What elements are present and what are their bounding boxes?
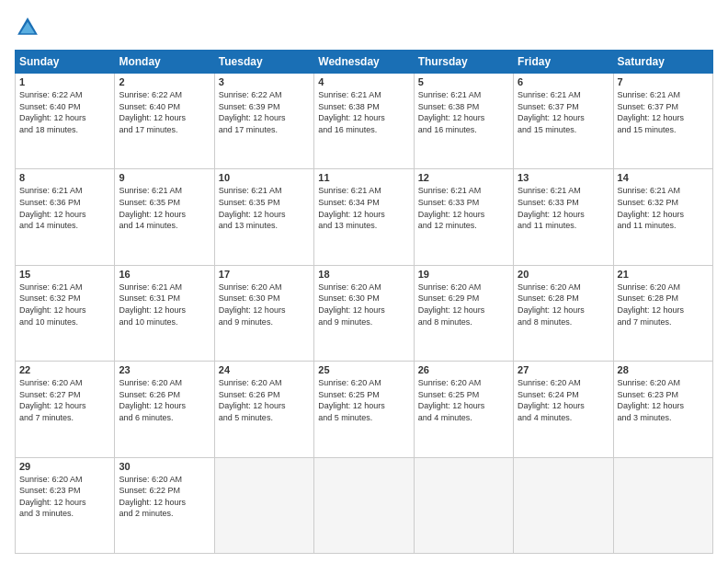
day-number: 16 <box>119 269 210 280</box>
day-number: 25 <box>318 364 409 375</box>
day-number: 3 <box>219 76 310 87</box>
day-cell: 21Sunrise: 6:20 AM Sunset: 6:28 PM Dayli… <box>613 265 712 361</box>
day-info: Sunrise: 6:21 AM Sunset: 6:33 PM Dayligh… <box>518 185 609 231</box>
day-cell: 28Sunrise: 6:20 AM Sunset: 6:23 PM Dayli… <box>613 362 712 457</box>
day-info: Sunrise: 6:20 AM Sunset: 6:30 PM Dayligh… <box>318 282 409 327</box>
day-number: 11 <box>318 172 409 183</box>
day-info: Sunrise: 6:21 AM Sunset: 6:36 PM Dayligh… <box>19 185 110 231</box>
day-number: 12 <box>418 172 509 183</box>
logo-icon <box>15 15 40 40</box>
day-number: 23 <box>119 364 210 375</box>
header-cell-sunday: Sunday <box>16 51 115 74</box>
day-cell: 1Sunrise: 6:22 AM Sunset: 6:40 PM Daylig… <box>16 74 115 169</box>
calendar-table: SundayMondayTuesdayWednesdayThursdayFrid… <box>15 50 713 554</box>
day-cell: 5Sunrise: 6:21 AM Sunset: 6:38 PM Daylig… <box>414 74 513 169</box>
day-cell: 19Sunrise: 6:20 AM Sunset: 6:29 PM Dayli… <box>414 265 513 361</box>
day-cell: 14Sunrise: 6:21 AM Sunset: 6:32 PM Dayli… <box>613 169 712 265</box>
day-info: Sunrise: 6:21 AM Sunset: 6:35 PM Dayligh… <box>219 185 310 231</box>
day-info: Sunrise: 6:21 AM Sunset: 6:38 PM Dayligh… <box>318 89 409 135</box>
day-cell: 4Sunrise: 6:21 AM Sunset: 6:38 PM Daylig… <box>314 74 414 169</box>
day-cell: 10Sunrise: 6:21 AM Sunset: 6:35 PM Dayli… <box>214 169 313 265</box>
page: SundayMondayTuesdayWednesdayThursdayFrid… <box>0 0 728 563</box>
day-number: 22 <box>19 364 110 375</box>
day-number: 7 <box>618 76 709 87</box>
day-cell: 13Sunrise: 6:21 AM Sunset: 6:33 PM Dayli… <box>514 169 613 265</box>
day-cell <box>613 457 712 553</box>
day-number: 24 <box>219 364 310 375</box>
day-number: 29 <box>19 461 110 472</box>
header-cell-monday: Monday <box>115 51 214 74</box>
day-number: 18 <box>318 269 409 280</box>
day-info: Sunrise: 6:21 AM Sunset: 6:34 PM Dayligh… <box>318 185 409 231</box>
week-row-0: 1Sunrise: 6:22 AM Sunset: 6:40 PM Daylig… <box>16 74 713 169</box>
header-cell-friday: Friday <box>514 51 613 74</box>
day-cell: 16Sunrise: 6:21 AM Sunset: 6:31 PM Dayli… <box>115 265 214 361</box>
calendar: SundayMondayTuesdayWednesdayThursdayFrid… <box>15 50 713 554</box>
day-info: Sunrise: 6:20 AM Sunset: 6:26 PM Dayligh… <box>119 377 210 423</box>
week-row-3: 22Sunrise: 6:20 AM Sunset: 6:27 PM Dayli… <box>16 362 713 457</box>
day-cell <box>414 457 513 553</box>
day-info: Sunrise: 6:20 AM Sunset: 6:23 PM Dayligh… <box>618 377 709 423</box>
day-info: Sunrise: 6:20 AM Sunset: 6:28 PM Dayligh… <box>518 282 609 327</box>
day-number: 28 <box>618 364 709 375</box>
day-info: Sunrise: 6:20 AM Sunset: 6:27 PM Dayligh… <box>19 377 110 423</box>
day-info: Sunrise: 6:20 AM Sunset: 6:25 PM Dayligh… <box>318 377 409 423</box>
day-info: Sunrise: 6:21 AM Sunset: 6:37 PM Dayligh… <box>518 89 609 135</box>
week-row-4: 29Sunrise: 6:20 AM Sunset: 6:23 PM Dayli… <box>16 457 713 553</box>
day-cell <box>314 457 414 553</box>
day-cell: 12Sunrise: 6:21 AM Sunset: 6:33 PM Dayli… <box>414 169 513 265</box>
day-cell: 24Sunrise: 6:20 AM Sunset: 6:26 PM Dayli… <box>214 362 313 457</box>
day-cell: 2Sunrise: 6:22 AM Sunset: 6:40 PM Daylig… <box>115 74 214 169</box>
day-cell: 22Sunrise: 6:20 AM Sunset: 6:27 PM Dayli… <box>16 362 115 457</box>
day-info: Sunrise: 6:20 AM Sunset: 6:23 PM Dayligh… <box>19 474 110 520</box>
day-info: Sunrise: 6:20 AM Sunset: 6:24 PM Dayligh… <box>518 377 609 423</box>
day-cell: 3Sunrise: 6:22 AM Sunset: 6:39 PM Daylig… <box>214 74 313 169</box>
header-cell-tuesday: Tuesday <box>214 51 313 74</box>
day-number: 4 <box>318 76 409 87</box>
day-cell: 11Sunrise: 6:21 AM Sunset: 6:34 PM Dayli… <box>314 169 414 265</box>
day-info: Sunrise: 6:21 AM Sunset: 6:31 PM Dayligh… <box>119 282 210 327</box>
day-cell: 8Sunrise: 6:21 AM Sunset: 6:36 PM Daylig… <box>16 169 115 265</box>
day-number: 9 <box>119 172 210 183</box>
day-cell: 30Sunrise: 6:20 AM Sunset: 6:22 PM Dayli… <box>115 457 214 553</box>
day-number: 6 <box>518 76 609 87</box>
header-cell-wednesday: Wednesday <box>314 51 414 74</box>
day-info: Sunrise: 6:20 AM Sunset: 6:28 PM Dayligh… <box>618 282 709 327</box>
day-number: 2 <box>119 76 210 87</box>
day-number: 13 <box>518 172 609 183</box>
calendar-body: 1Sunrise: 6:22 AM Sunset: 6:40 PM Daylig… <box>16 74 713 554</box>
day-info: Sunrise: 6:21 AM Sunset: 6:37 PM Dayligh… <box>618 89 709 135</box>
day-cell <box>514 457 613 553</box>
day-number: 20 <box>518 269 609 280</box>
header-cell-saturday: Saturday <box>613 51 712 74</box>
day-cell: 15Sunrise: 6:21 AM Sunset: 6:32 PM Dayli… <box>16 265 115 361</box>
logo <box>15 15 44 40</box>
week-row-1: 8Sunrise: 6:21 AM Sunset: 6:36 PM Daylig… <box>16 169 713 265</box>
day-cell: 23Sunrise: 6:20 AM Sunset: 6:26 PM Dayli… <box>115 362 214 457</box>
day-info: Sunrise: 6:20 AM Sunset: 6:30 PM Dayligh… <box>219 282 310 327</box>
header <box>15 15 713 40</box>
day-number: 1 <box>19 76 110 87</box>
day-number: 30 <box>119 461 210 472</box>
day-number: 21 <box>618 269 709 280</box>
day-number: 8 <box>19 172 110 183</box>
day-info: Sunrise: 6:21 AM Sunset: 6:35 PM Dayligh… <box>119 185 210 231</box>
day-number: 26 <box>418 364 509 375</box>
day-info: Sunrise: 6:21 AM Sunset: 6:32 PM Dayligh… <box>19 282 110 327</box>
day-cell: 25Sunrise: 6:20 AM Sunset: 6:25 PM Dayli… <box>314 362 414 457</box>
day-cell: 18Sunrise: 6:20 AM Sunset: 6:30 PM Dayli… <box>314 265 414 361</box>
day-cell: 20Sunrise: 6:20 AM Sunset: 6:28 PM Dayli… <box>514 265 613 361</box>
day-cell: 29Sunrise: 6:20 AM Sunset: 6:23 PM Dayli… <box>16 457 115 553</box>
day-cell: 17Sunrise: 6:20 AM Sunset: 6:30 PM Dayli… <box>214 265 313 361</box>
day-info: Sunrise: 6:20 AM Sunset: 6:26 PM Dayligh… <box>219 377 310 423</box>
day-number: 15 <box>19 269 110 280</box>
header-row: SundayMondayTuesdayWednesdayThursdayFrid… <box>16 51 713 74</box>
day-number: 19 <box>418 269 509 280</box>
day-number: 17 <box>219 269 310 280</box>
day-cell: 6Sunrise: 6:21 AM Sunset: 6:37 PM Daylig… <box>514 74 613 169</box>
day-cell: 26Sunrise: 6:20 AM Sunset: 6:25 PM Dayli… <box>414 362 513 457</box>
header-cell-thursday: Thursday <box>414 51 513 74</box>
day-number: 5 <box>418 76 509 87</box>
day-info: Sunrise: 6:20 AM Sunset: 6:25 PM Dayligh… <box>418 377 509 423</box>
day-number: 10 <box>219 172 310 183</box>
